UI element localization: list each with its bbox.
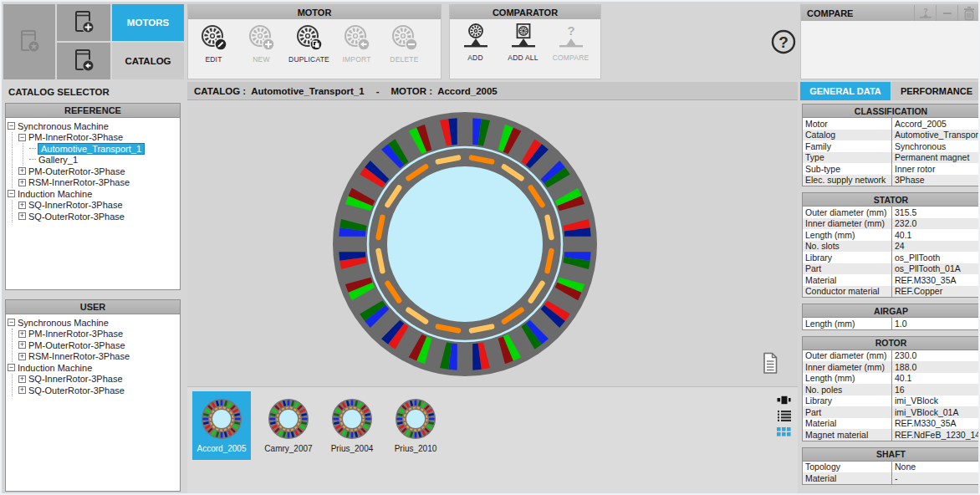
view-mode-icons <box>777 395 791 436</box>
tree-item-PM-OuterRotor-3Phase[interactable]: +PM-OuterRotor-3Phase <box>18 166 178 177</box>
row-value: REF.M330_35A <box>891 418 979 430</box>
list-view-icon[interactable] <box>778 411 791 421</box>
table-row: Partimi_VBlock_01A <box>803 406 979 418</box>
section-title: SHAFT <box>803 448 979 462</box>
thumbnail-Camry_2007[interactable]: Camry_2007 <box>259 391 318 460</box>
thumbnail-Prius_2004[interactable]: Prius_2004 <box>323 391 381 460</box>
motor-thumbnail-image <box>394 397 437 441</box>
table-row: Outer diameter (mm)315.5 <box>803 207 979 218</box>
expand-icon[interactable]: + <box>18 212 26 220</box>
tree-item-label: PM-OuterRotor-3Phase <box>28 340 125 350</box>
expand-icon[interactable]: + <box>18 179 26 186</box>
motor-delete-icon <box>390 23 420 55</box>
new-button: NEW <box>237 23 285 64</box>
collapse-icon[interactable]: − <box>8 364 15 371</box>
tool-button-label: ADD ALL <box>508 54 538 62</box>
tree-item-RSM-InnerRotor-3Phase[interactable]: +RSM-InnerRotor-3Phase <box>18 351 178 363</box>
row-value: os_PllTooth_01A <box>891 263 979 275</box>
tree-item-label: SQ-InnerRotor-3Phase <box>28 374 123 384</box>
tree-item-Gallery_1[interactable]: Gallery_1 <box>29 155 178 166</box>
grid-view-icon[interactable] <box>777 427 791 436</box>
motor-thumbnail-strip: Accord_2005Camry_2007Prius_2004Prius_201… <box>187 386 798 495</box>
tree-item-PM-InnerRotor-3Phase[interactable]: −PM-InnerRotor-3Phase <box>18 132 178 144</box>
add-all-button[interactable]: ADD ALL <box>499 23 547 62</box>
section-title: ROTOR <box>803 337 979 350</box>
expand-icon[interactable]: + <box>18 386 26 394</box>
motor-edit-icon <box>199 23 229 55</box>
new-catalog-button[interactable] <box>57 4 110 41</box>
minus-icon <box>942 8 953 19</box>
section-rows: Outer diameter (mm)230.0Inner diameter (… <box>803 350 979 441</box>
scale-add-icon <box>457 23 494 54</box>
scale-add-icon <box>457 23 494 52</box>
table-row: FamilySynchronous <box>803 140 979 152</box>
tree-item-Synchronous Machine[interactable]: −Synchronous Machine <box>8 120 178 132</box>
duplicate-button[interactable]: DUPLICATE <box>285 23 333 64</box>
book-import-icon <box>69 46 98 76</box>
tool-button-label: NEW <box>253 55 269 64</box>
compare-button: ?COMPARE <box>547 23 595 62</box>
expand-icon[interactable]: + <box>18 330 26 338</box>
row-value: imi_VBlock <box>891 395 979 407</box>
row-value: 188.0 <box>891 361 979 373</box>
tab-motors[interactable]: MOTORS <box>112 4 184 41</box>
tree-item-label: PM-InnerRotor-3Phase <box>28 132 123 142</box>
tree-item-RSM-InnerRotor-3Phase[interactable]: +RSM-InnerRotor-3Phase <box>18 177 178 189</box>
expand-icon[interactable]: + <box>18 375 26 383</box>
tool-button-label: DELETE <box>390 55 418 64</box>
collapse-icon[interactable]: − <box>8 190 15 197</box>
tree-item-label: RSM-InnerRotor-3Phase <box>28 177 130 187</box>
row-label: Sub-type <box>803 163 891 175</box>
tree-item-label: Synchronous Machine <box>18 121 109 131</box>
motor-thumbnail-image <box>267 397 310 441</box>
tool-button-label: IMPORT <box>342 55 370 64</box>
tree-item-SQ-InnerRotor-3Phase[interactable]: +SQ-InnerRotor-3Phase <box>18 200 178 212</box>
tree-item-SQ-OuterRotor-3Phase[interactable]: +SQ-OuterRotor-3Phase <box>18 385 178 396</box>
compare-scale-icon: ? <box>917 7 934 20</box>
table-row: Inner diameter (mm)232.0 <box>803 218 979 230</box>
table-row: MotorAccord_2005 <box>803 118 979 130</box>
thumbnail-Accord_2005[interactable]: Accord_2005 <box>192 391 251 460</box>
scale-compare-icon: ? <box>553 23 590 52</box>
table-row: Conductor materialREF.Copper <box>803 286 979 298</box>
tree-item-Automotive_Transport_1[interactable]: Automotive_Transport_1 <box>29 143 178 155</box>
collapse-icon[interactable]: − <box>18 134 26 141</box>
table-row: Elec. supply network3Phase <box>803 175 979 186</box>
collapse-icon[interactable]: − <box>8 319 15 326</box>
row-label: Material <box>803 274 891 286</box>
row-label: Magnet material <box>803 429 891 441</box>
tree-item-SQ-OuterRotor-3Phase[interactable]: +SQ-OuterRotor-3Phase <box>18 211 178 222</box>
expand-icon[interactable]: + <box>18 202 26 209</box>
expand-icon[interactable]: + <box>18 353 26 360</box>
edit-button[interactable]: EDIT <box>190 23 237 64</box>
thumbnail-Prius_2010[interactable]: Prius_2010 <box>386 391 445 460</box>
collapse-icon[interactable]: − <box>8 122 15 130</box>
motor-thumbnail-image <box>200 397 243 441</box>
thumb-size-icon[interactable] <box>777 395 791 405</box>
tree-item-Induction Machine[interactable]: −Induction Machine <box>8 362 178 374</box>
expand-icon[interactable]: + <box>18 341 26 349</box>
section-rows: Outer diameter (mm)315.5Inner diameter (… <box>803 207 979 297</box>
add-button[interactable]: ADD <box>452 23 499 62</box>
document-icon[interactable] <box>761 352 779 376</box>
help-button[interactable]: ? <box>769 28 798 56</box>
import-catalog-button[interactable] <box>57 43 110 79</box>
tab-general-data[interactable]: GENERAL DATA <box>800 82 891 100</box>
compare-panel-header: COMPARE ? <box>801 5 979 21</box>
row-value: Inner rotor <box>891 163 979 175</box>
tree-item-label: PM-InnerRotor-3Phase <box>28 329 123 339</box>
tab-catalog[interactable]: CATALOG <box>112 43 184 79</box>
tree-item-PM-InnerRotor-3Phase[interactable]: +PM-InnerRotor-3Phase <box>18 329 178 340</box>
tree-item-SQ-InnerRotor-3Phase[interactable]: +SQ-InnerRotor-3Phase <box>18 374 178 385</box>
row-value: Synchronous <box>891 140 979 152</box>
tree-connector <box>29 148 36 150</box>
favorites-catalog-button <box>3 4 55 79</box>
row-value: REF.Copper <box>891 286 979 298</box>
list-view-icon <box>778 411 791 421</box>
tree-item-Induction Machine[interactable]: −Induction Machine <box>8 188 178 200</box>
tree-item-Synchronous Machine[interactable]: −Synchronous Machine <box>8 317 178 329</box>
tree-item-PM-OuterRotor-3Phase[interactable]: +PM-OuterRotor-3Phase <box>18 339 178 351</box>
table-row: Length (mm)40.1 <box>803 373 979 385</box>
tab-performance[interactable]: PERFORMANCE <box>891 82 980 100</box>
expand-icon[interactable]: + <box>18 167 26 175</box>
